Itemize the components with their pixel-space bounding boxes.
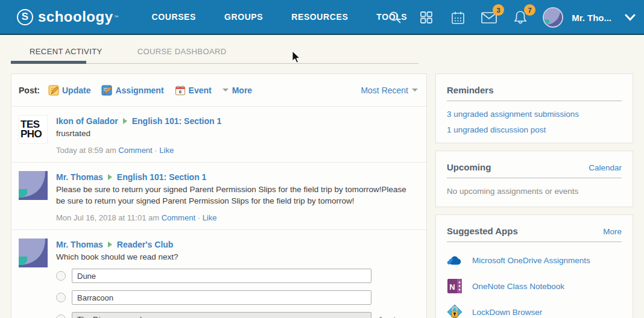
nav-groups[interactable]: GROUPS: [224, 12, 263, 22]
post-assignment-button[interactable]: Assignment: [101, 85, 163, 96]
event-icon: 6: [175, 85, 186, 96]
poll: Dune Barracoon The Dispossessed 1 vote R…: [56, 269, 418, 318]
sort-label: Most Recent: [361, 86, 408, 95]
activity-feed-panel: Post: Update Assignment: [11, 73, 427, 318]
post-author-link[interactable]: Mr. Thomas: [56, 240, 103, 249]
poll-option-radio[interactable]: [56, 271, 66, 281]
messages-icon[interactable]: 3: [480, 8, 498, 26]
post-context-link[interactable]: Reader's Club: [117, 240, 174, 249]
calendar-icon[interactable]: [449, 8, 467, 26]
post-author-avatar[interactable]: TES PHO: [19, 115, 48, 144]
notifications-icon[interactable]: 7: [511, 8, 529, 26]
reminder-link-ungraded-assignments[interactable]: 3 ungraded assignment submissions: [447, 110, 622, 119]
upcoming-empty-text: No upcoming assignments or events: [436, 178, 633, 196]
post-context-link[interactable]: English 101: Section 1: [117, 172, 207, 182]
suggested-apps-title: Suggested Apps: [447, 226, 518, 236]
main-nav: COURSES GROUPS RESOURCES TOOLS: [152, 12, 408, 22]
notifications-badge: 7: [524, 4, 535, 16]
assignment-icon: [101, 85, 112, 96]
post-label: Post:: [19, 86, 40, 95]
reminders-panel: Reminders 3 ungraded assignment submissi…: [435, 73, 633, 143]
post-author-link[interactable]: Ikon of Galador: [56, 116, 118, 126]
tab-course-dashboard[interactable]: COURSE DASHBOARD: [137, 47, 227, 63]
like-link[interactable]: Like: [159, 146, 174, 155]
post-timestamp: Today at 8:59 am: [56, 146, 116, 155]
feed-item: Mr. Thomas English 101: Section 1 Please…: [11, 163, 426, 230]
messages-badge: 3: [493, 4, 504, 16]
post-body: frusrtated: [56, 128, 409, 140]
reminder-link-ungraded-discussion[interactable]: 1 ungraded discussion post: [447, 125, 622, 134]
poll-option-radio[interactable]: [56, 314, 66, 318]
user-menu-chevron-down-icon[interactable]: [625, 14, 636, 21]
post-body: Please be sure to return your signed Par…: [56, 184, 409, 207]
more-apps-link[interactable]: More: [603, 227, 622, 236]
onenote-icon: N: [447, 278, 462, 294]
more-caret-icon: [223, 89, 229, 92]
post-bar: Post: Update Assignment: [11, 74, 426, 107]
post-timestamp: Mon Jul 16, 2018 at 11:01 am: [56, 213, 159, 222]
suggested-apps-panel: Suggested Apps More Microsoft OneDrive A…: [435, 214, 633, 318]
brand-name: schoology: [38, 8, 113, 25]
poll-question: Which book should we read next?: [56, 251, 409, 263]
context-arrow-icon: [108, 174, 112, 180]
top-navbar: S schoology ™ COURSES GROUPS RESOURCES T…: [0, 0, 644, 35]
svg-text:6: 6: [178, 89, 182, 95]
calendar-link[interactable]: Calendar: [589, 163, 622, 172]
feed-item: TES PHO Ikon of Galador English 101: Sec…: [11, 107, 426, 163]
comment-link[interactable]: Comment: [162, 213, 195, 222]
poll-vote-count: 1 vote: [379, 315, 400, 318]
reminders-title: Reminders: [447, 85, 494, 95]
user-name[interactable]: Mr. Tho...: [572, 13, 611, 23]
app-item-lockdown[interactable]: LockDown Browser: [436, 304, 633, 318]
upcoming-title: Upcoming: [447, 162, 491, 172]
app-item-onedrive[interactable]: Microsoft OneDrive Assignments: [436, 252, 633, 268]
brand-trademark: ™: [114, 14, 119, 20]
poll-option[interactable]: Barracoon: [72, 290, 371, 305]
like-link[interactable]: Like: [203, 213, 217, 222]
context-arrow-icon: [108, 242, 112, 248]
app-label: LockDown Browser: [472, 308, 542, 317]
nav-resources[interactable]: RESOURCES: [291, 12, 348, 22]
sort-caret-icon: [412, 89, 418, 92]
post-context-link[interactable]: English 101: Section 1: [132, 116, 222, 126]
svg-text:N: N: [449, 282, 455, 292]
search-icon[interactable]: [386, 8, 404, 26]
activity-tabs: RECENT ACTIVITY COURSE DASHBOARD: [11, 47, 418, 64]
upcoming-panel: Upcoming Calendar No upcoming assignment…: [435, 151, 633, 207]
post-more-button[interactable]: More: [223, 86, 252, 95]
update-icon: [48, 85, 59, 96]
sort-dropdown[interactable]: Most Recent: [361, 86, 418, 95]
post-event-button[interactable]: 6 Event: [175, 85, 212, 96]
post-author-avatar[interactable]: [19, 171, 48, 200]
feed-item: Mr. Thomas Reader's Club Which book shou…: [11, 230, 426, 318]
context-arrow-icon: [123, 118, 127, 124]
lockdown-icon: [447, 304, 462, 318]
poll-option[interactable]: Dune: [72, 269, 371, 283]
tab-divider: [11, 63, 418, 64]
post-author-avatar[interactable]: [19, 238, 48, 267]
apps-grid-icon[interactable]: [417, 8, 435, 26]
post-update-button[interactable]: Update: [48, 85, 90, 96]
post-author-link[interactable]: Mr. Thomas: [56, 172, 103, 182]
app-label: Microsoft OneDrive Assignments: [472, 256, 590, 265]
app-label: OneNote Class Notebook: [472, 282, 564, 291]
poll-option-radio[interactable]: [56, 293, 66, 302]
poll-option[interactable]: The Dispossessed: [72, 312, 371, 318]
app-item-onenote[interactable]: N OneNote Class Notebook: [436, 278, 633, 294]
schoology-logo[interactable]: S schoology ™: [17, 8, 119, 25]
schoology-s-icon: S: [17, 9, 33, 25]
nav-courses[interactable]: COURSES: [152, 12, 196, 22]
active-tab-underline: [11, 61, 86, 64]
onedrive-icon: [447, 252, 462, 268]
comment-link[interactable]: Comment: [118, 146, 152, 155]
user-avatar[interactable]: [543, 7, 563, 28]
